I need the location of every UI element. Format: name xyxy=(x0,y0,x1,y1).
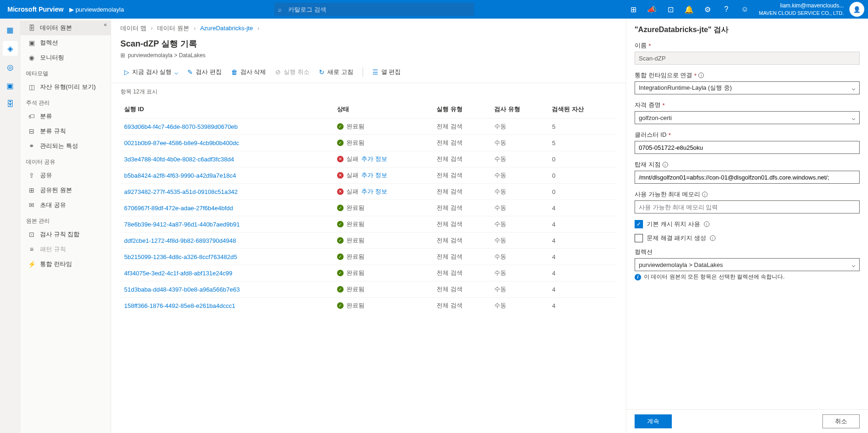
product-logo[interactable]: Microsoft Purview xyxy=(4,6,67,13)
avatar[interactable]: 👤 xyxy=(849,2,864,17)
runtype-cell: 전체 검색 xyxy=(433,298,490,314)
help-icon[interactable]: ? xyxy=(718,0,735,19)
sidebar-item-scanrules[interactable]: ⊡검사 규칙 집합 xyxy=(20,227,111,242)
feedback-icon[interactable]: ⊡ xyxy=(662,0,679,19)
rail-policy-icon[interactable]: ▣ xyxy=(3,78,18,93)
run-scan-button[interactable]: ▷지금 검사 실행⌵ xyxy=(120,66,182,78)
workspace-name[interactable]: purviewdemolayla xyxy=(76,6,124,13)
sidebar-item-pattern[interactable]: ≡패턴 규칙 xyxy=(20,242,111,257)
run-id-link[interactable]: 158ff366-1876-4492-85e8-e261ba4dccc1 xyxy=(124,302,235,309)
teams-icon[interactable]: ⊞ xyxy=(625,0,642,19)
collapse-icon[interactable]: « xyxy=(104,21,107,28)
success-icon: ✓ xyxy=(337,286,344,293)
rail-map-icon[interactable]: ◈ xyxy=(3,41,18,56)
runtype-cell: 전체 검색 xyxy=(433,216,490,233)
sidebar-section-source: 원본 관리 xyxy=(20,213,111,227)
invite-icon: ✉ xyxy=(28,201,35,209)
delete-scan-button[interactable]: 🗑검사 삭제 xyxy=(227,66,270,78)
memory-input[interactable] xyxy=(635,200,860,213)
info-icon[interactable]: i xyxy=(702,192,708,197)
sidebar-item-classifyrules[interactable]: ⊟분류 규칙 xyxy=(20,124,111,139)
cancel-button[interactable]: 취소 xyxy=(822,414,860,428)
run-id-link[interactable]: 78e6b39e-9412-4a87-96d1-440b7aed9b91 xyxy=(124,221,240,228)
rail-catalog-icon[interactable]: ▦ xyxy=(3,22,18,37)
scantype-cell: 수동 xyxy=(490,281,548,298)
cluster-input[interactable] xyxy=(635,141,860,154)
continue-button[interactable]: 계속 xyxy=(635,414,672,428)
person-icon[interactable]: ☺ xyxy=(736,0,753,19)
status-cell: ✓완료됨 xyxy=(333,265,433,281)
sidebar-item-sharedsrc[interactable]: ⊞공유된 원본 xyxy=(20,183,111,198)
sidebar-item-collections[interactable]: ▣컬렉션 xyxy=(20,35,111,50)
run-id-link[interactable]: 51d3baba-dd48-4397-b0e8-a96a566b7e63 xyxy=(124,286,240,293)
user-info[interactable]: liam.kim@mavenclouds... MAVEN CLOUD SERV… xyxy=(755,2,848,16)
run-id-link[interactable]: a9273482-277f-4535-a51d-09108c51a342 xyxy=(124,188,238,195)
runtime-label: 통합 런타임으로 연결 xyxy=(635,71,692,80)
runtype-cell: 전체 검색 xyxy=(433,281,490,298)
th-id[interactable]: 실행 ID xyxy=(120,100,333,119)
scan-history-table: 실행 ID 상태 실행 유형 검사 유형 검색된 자산 693d06b4-f4c… xyxy=(120,100,616,313)
sidebar-item-managedattr[interactable]: ⚭관리되는 특성 xyxy=(20,139,111,153)
scantype-cell: 수동 xyxy=(490,298,548,314)
pattern-icon: ≡ xyxy=(28,246,35,253)
th-runtype[interactable]: 실행 유형 xyxy=(433,100,490,119)
info-icon[interactable]: i xyxy=(704,221,709,227)
run-id-link[interactable]: ddf2cbe1-1272-4f8d-9b82-6893790d4948 xyxy=(124,237,236,244)
run-id-link[interactable]: 6706967f-89df-472e-adae-27f6b4e4bfdd xyxy=(124,205,233,212)
run-id-link[interactable]: 5b215099-1236-4d8c-a326-8ccf763482d5 xyxy=(124,253,237,260)
rail-insights-icon[interactable]: ◎ xyxy=(3,60,18,74)
troubleshoot-label: 문제 해결 패키지 생성 xyxy=(647,234,706,242)
breadcrumb-2[interactable]: 데이터 원본 xyxy=(157,25,189,32)
collection-select[interactable]: purviewdemolayla > DataLakes⌵ xyxy=(635,258,860,271)
edit-scan-button[interactable]: ✎검사 편집 xyxy=(184,66,225,78)
status-cell: ✕실패 추가 정보 xyxy=(333,184,433,200)
sidebar-item-monitoring[interactable]: ◉모니터링 xyxy=(20,50,111,65)
info-icon[interactable]: i xyxy=(663,162,668,167)
runtype-cell: 전체 검색 xyxy=(433,233,490,249)
run-id-link[interactable]: 4f34075e-3ed2-4c1f-afd8-abf131e24c99 xyxy=(124,270,232,277)
troubleshoot-checkbox[interactable] xyxy=(635,234,643,242)
refresh-button[interactable]: ↻새로 고침 xyxy=(315,66,357,78)
settings-icon[interactable]: ⚙ xyxy=(699,0,716,19)
breadcrumb-3[interactable]: AzureDatabricks-jte xyxy=(200,25,252,32)
cred-select[interactable]: golfzon-certi⌵ xyxy=(635,111,860,124)
collection-label: 컬렉션 xyxy=(635,248,653,256)
rail-manage-icon[interactable]: 🗄 xyxy=(3,97,18,112)
sharedsrc-icon: ⊞ xyxy=(28,187,35,194)
sidebar-item-runtime[interactable]: ⚡통합 런타임 xyxy=(20,257,111,272)
sidebar-item-assettypes[interactable]: ◫자산 유형(미리 보기) xyxy=(20,80,111,94)
catalog-search-input[interactable] xyxy=(274,3,474,16)
run-id-link[interactable]: 3d3e4788-40fd-4b0e-8082-c6adf3fc38d4 xyxy=(124,156,234,163)
cache-checkbox[interactable]: ✓ xyxy=(635,220,643,228)
run-id-link[interactable]: 0021b0b9-87ee-4586-b8e9-4cb9b0b400dc xyxy=(124,140,239,147)
more-info-link[interactable]: 추가 정보 xyxy=(361,187,387,196)
info-icon[interactable]: i xyxy=(710,235,716,241)
edit-columns-button[interactable]: ☰열 편집 xyxy=(369,66,405,78)
scantype-cell: 수동 xyxy=(490,135,548,151)
tag-icon: 🏷 xyxy=(28,113,35,120)
sidebar-item-invite[interactable]: ✉초대 공유 xyxy=(20,198,111,213)
run-id-link[interactable]: b5ba8424-a2f8-4f63-9990-a42d9a7e18c4 xyxy=(124,172,236,179)
more-info-link[interactable]: 추가 정보 xyxy=(361,171,387,180)
sidebar-item-classify[interactable]: 🏷분류 xyxy=(20,109,111,124)
notifications-icon[interactable]: 🔔 xyxy=(681,0,697,19)
announce-icon[interactable]: 📣 xyxy=(643,0,660,19)
divider xyxy=(363,67,363,77)
th-status[interactable]: 상태 xyxy=(333,100,433,119)
info-icon[interactable]: i xyxy=(698,73,704,78)
runtime-select[interactable]: IntegrationRuntime-Layla (실행 중)⌵ xyxy=(635,81,860,94)
th-scantype[interactable]: 검사 유형 xyxy=(490,100,548,119)
sidebar-item-share[interactable]: ⇪공유 xyxy=(20,168,111,183)
asset-icon: ◫ xyxy=(28,83,35,91)
run-id-link[interactable]: 693d06b4-f4c7-46de-8070-53989d0670eb xyxy=(124,123,238,130)
sidebar: « 🗄데이터 원본 ▣컬렉션 ◉모니터링 메타모델 ◫자산 유형(미리 보기) … xyxy=(20,19,111,433)
breadcrumb-1[interactable]: 데이터 맵 xyxy=(120,25,146,32)
assets-cell: 0 xyxy=(548,151,616,167)
sidebar-item-sources[interactable]: 🗄데이터 원본 xyxy=(20,20,111,35)
th-assets[interactable]: 검색된 자산 xyxy=(548,100,616,119)
mount-input[interactable] xyxy=(635,171,860,184)
table-row: 693d06b4-f4c7-46de-8070-53989d0670eb ✓완료… xyxy=(120,119,616,135)
more-info-link[interactable]: 추가 정보 xyxy=(361,155,387,163)
chevron-icon: › xyxy=(193,25,195,32)
folder-icon: ▣ xyxy=(28,39,35,47)
